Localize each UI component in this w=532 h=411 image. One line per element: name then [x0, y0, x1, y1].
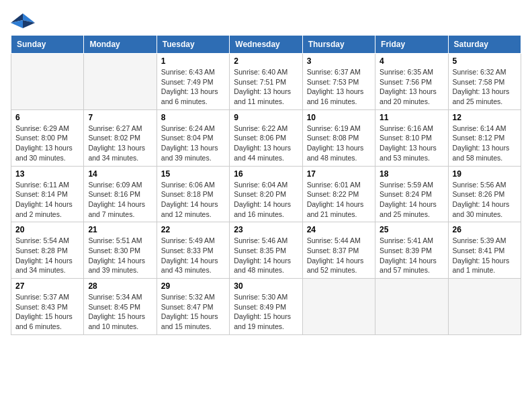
- header-cell-friday: Friday: [375, 36, 448, 54]
- day-number: 12: [453, 113, 517, 122]
- day-info: Sunrise: 5:32 AM Sunset: 8:47 PM Dayligh…: [161, 292, 225, 332]
- day-info: Sunrise: 6:01 AM Sunset: 8:22 PM Dayligh…: [307, 180, 371, 220]
- day-cell: 5Sunrise: 6:32 AM Sunset: 7:58 PM Daylig…: [448, 54, 521, 110]
- week-row-4: 20Sunrise: 5:54 AM Sunset: 8:28 PM Dayli…: [11, 222, 521, 279]
- day-number: 21: [88, 225, 152, 234]
- day-cell: [11, 54, 84, 110]
- day-number: 16: [234, 169, 298, 179]
- week-row-5: 27Sunrise: 5:37 AM Sunset: 8:43 PM Dayli…: [11, 279, 521, 335]
- day-info: Sunrise: 6:19 AM Sunset: 8:08 PM Dayligh…: [307, 124, 371, 163]
- day-info: Sunrise: 6:06 AM Sunset: 8:18 PM Dayligh…: [161, 180, 225, 220]
- day-number: 17: [307, 169, 371, 179]
- day-info: Sunrise: 6:40 AM Sunset: 7:51 PM Dayligh…: [234, 67, 298, 107]
- logo: [11, 11, 38, 28]
- day-info: Sunrise: 5:56 AM Sunset: 8:26 PM Dayligh…: [453, 180, 517, 220]
- day-number: 23: [234, 225, 298, 234]
- header-cell-monday: Monday: [84, 36, 157, 54]
- day-cell: 21Sunrise: 5:51 AM Sunset: 8:30 PM Dayli…: [84, 222, 157, 279]
- day-info: Sunrise: 6:09 AM Sunset: 8:16 PM Dayligh…: [88, 180, 152, 220]
- day-info: Sunrise: 5:34 AM Sunset: 8:45 PM Dayligh…: [88, 292, 152, 332]
- day-cell: 28Sunrise: 5:34 AM Sunset: 8:45 PM Dayli…: [84, 279, 157, 335]
- day-cell: 18Sunrise: 5:59 AM Sunset: 8:24 PM Dayli…: [375, 166, 448, 222]
- header-cell-sunday: Sunday: [11, 36, 84, 54]
- day-info: Sunrise: 6:37 AM Sunset: 7:53 PM Dayligh…: [307, 67, 371, 107]
- week-row-2: 6Sunrise: 6:29 AM Sunset: 8:00 PM Daylig…: [11, 109, 521, 166]
- day-cell: 13Sunrise: 6:11 AM Sunset: 8:14 PM Dayli…: [11, 166, 84, 222]
- day-cell: [448, 279, 521, 335]
- calendar-table: SundayMondayTuesdayWednesdayThursdayFrid…: [11, 35, 521, 335]
- day-cell: 14Sunrise: 6:09 AM Sunset: 8:16 PM Dayli…: [84, 166, 157, 222]
- day-number: 10: [307, 113, 371, 122]
- header-cell-tuesday: Tuesday: [157, 36, 229, 54]
- day-info: Sunrise: 5:39 AM Sunset: 8:41 PM Dayligh…: [453, 236, 517, 275]
- day-cell: 20Sunrise: 5:54 AM Sunset: 8:28 PM Dayli…: [11, 222, 84, 279]
- day-number: 4: [380, 56, 443, 66]
- day-cell: 1Sunrise: 6:43 AM Sunset: 7:49 PM Daylig…: [157, 54, 229, 110]
- day-cell: 6Sunrise: 6:29 AM Sunset: 8:00 PM Daylig…: [11, 109, 84, 166]
- day-number: 13: [15, 169, 79, 179]
- day-number: 14: [88, 169, 152, 179]
- day-cell: [84, 54, 157, 110]
- day-number: 3: [307, 56, 371, 66]
- day-cell: 15Sunrise: 6:06 AM Sunset: 8:18 PM Dayli…: [157, 166, 229, 222]
- day-number: 1: [161, 56, 225, 66]
- day-number: 11: [380, 113, 443, 122]
- week-row-3: 13Sunrise: 6:11 AM Sunset: 8:14 PM Dayli…: [11, 166, 521, 222]
- day-info: Sunrise: 6:32 AM Sunset: 7:58 PM Dayligh…: [453, 67, 517, 107]
- day-info: Sunrise: 5:30 AM Sunset: 8:49 PM Dayligh…: [234, 292, 298, 332]
- header-row: SundayMondayTuesdayWednesdayThursdayFrid…: [11, 36, 521, 54]
- day-info: Sunrise: 6:27 AM Sunset: 8:02 PM Dayligh…: [88, 124, 152, 163]
- header-cell-wednesday: Wednesday: [230, 36, 302, 54]
- day-number: 26: [453, 225, 517, 234]
- day-info: Sunrise: 5:37 AM Sunset: 8:43 PM Dayligh…: [15, 292, 79, 332]
- day-info: Sunrise: 6:14 AM Sunset: 8:12 PM Dayligh…: [453, 124, 517, 163]
- day-info: Sunrise: 6:11 AM Sunset: 8:14 PM Dayligh…: [15, 180, 79, 220]
- day-number: 7: [88, 113, 152, 122]
- day-cell: 17Sunrise: 6:01 AM Sunset: 8:22 PM Dayli…: [302, 166, 375, 222]
- header-cell-saturday: Saturday: [448, 36, 521, 54]
- day-cell: 19Sunrise: 5:56 AM Sunset: 8:26 PM Dayli…: [448, 166, 521, 222]
- day-info: Sunrise: 6:35 AM Sunset: 7:56 PM Dayligh…: [380, 67, 443, 107]
- day-number: 5: [453, 56, 517, 66]
- week-row-1: 1Sunrise: 6:43 AM Sunset: 7:49 PM Daylig…: [11, 54, 521, 110]
- day-number: 20: [15, 225, 79, 234]
- day-number: 28: [88, 281, 152, 291]
- header-cell-thursday: Thursday: [302, 36, 375, 54]
- day-number: 19: [453, 169, 517, 179]
- day-number: 15: [161, 169, 225, 179]
- day-cell: 3Sunrise: 6:37 AM Sunset: 7:53 PM Daylig…: [302, 54, 375, 110]
- day-cell: 4Sunrise: 6:35 AM Sunset: 7:56 PM Daylig…: [375, 54, 448, 110]
- day-info: Sunrise: 5:49 AM Sunset: 8:33 PM Dayligh…: [161, 236, 225, 275]
- day-cell: 30Sunrise: 5:30 AM Sunset: 8:49 PM Dayli…: [230, 279, 302, 335]
- day-info: Sunrise: 6:04 AM Sunset: 8:20 PM Dayligh…: [234, 180, 298, 220]
- day-number: 29: [161, 281, 225, 291]
- day-cell: 25Sunrise: 5:41 AM Sunset: 8:39 PM Dayli…: [375, 222, 448, 279]
- day-cell: [375, 279, 448, 335]
- day-cell: 8Sunrise: 6:24 AM Sunset: 8:04 PM Daylig…: [157, 109, 229, 166]
- day-number: 2: [234, 56, 298, 66]
- day-cell: 27Sunrise: 5:37 AM Sunset: 8:43 PM Dayli…: [11, 279, 84, 335]
- day-number: 9: [234, 113, 298, 122]
- day-cell: 12Sunrise: 6:14 AM Sunset: 8:12 PM Dayli…: [448, 109, 521, 166]
- day-info: Sunrise: 6:24 AM Sunset: 8:04 PM Dayligh…: [161, 124, 225, 163]
- day-cell: 22Sunrise: 5:49 AM Sunset: 8:33 PM Dayli…: [157, 222, 229, 279]
- day-cell: 11Sunrise: 6:16 AM Sunset: 8:10 PM Dayli…: [375, 109, 448, 166]
- day-number: 30: [234, 281, 298, 291]
- day-number: 24: [307, 225, 371, 234]
- day-info: Sunrise: 6:29 AM Sunset: 8:00 PM Dayligh…: [15, 124, 79, 163]
- calendar-header: SundayMondayTuesdayWednesdayThursdayFrid…: [11, 36, 521, 54]
- day-cell: 24Sunrise: 5:44 AM Sunset: 8:37 PM Dayli…: [302, 222, 375, 279]
- calendar-body: 1Sunrise: 6:43 AM Sunset: 7:49 PM Daylig…: [11, 54, 521, 335]
- day-info: Sunrise: 6:16 AM Sunset: 8:10 PM Dayligh…: [380, 124, 443, 163]
- day-cell: 23Sunrise: 5:46 AM Sunset: 8:35 PM Dayli…: [230, 222, 302, 279]
- header: [11, 11, 521, 28]
- day-info: Sunrise: 6:22 AM Sunset: 8:06 PM Dayligh…: [234, 124, 298, 163]
- day-info: Sunrise: 5:59 AM Sunset: 8:24 PM Dayligh…: [380, 180, 443, 220]
- day-cell: 2Sunrise: 6:40 AM Sunset: 7:51 PM Daylig…: [230, 54, 302, 110]
- day-info: Sunrise: 5:41 AM Sunset: 8:39 PM Dayligh…: [380, 236, 443, 275]
- day-number: 22: [161, 225, 225, 234]
- day-cell: [302, 279, 375, 335]
- day-info: Sunrise: 5:44 AM Sunset: 8:37 PM Dayligh…: [307, 236, 371, 275]
- logo-icon: [11, 11, 35, 28]
- day-info: Sunrise: 5:51 AM Sunset: 8:30 PM Dayligh…: [88, 236, 152, 275]
